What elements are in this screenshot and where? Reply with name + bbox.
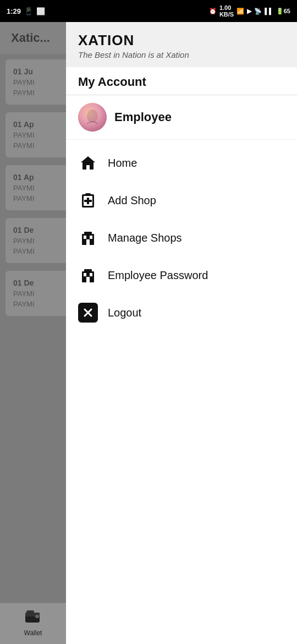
svg-rect-17 [87, 239, 89, 245]
drawer-header: XATION The Best in Nation is at Xation [66, 22, 297, 67]
drawer-panel: XATION The Best in Nation is at Xation M… [66, 22, 297, 644]
svg-marker-6 [81, 156, 95, 170]
signal2-icon: ▌▌ [265, 8, 273, 14]
speed-indicator: 1.00KB/S [219, 4, 234, 18]
wifi-icon: 📶 [237, 8, 244, 15]
avatar [78, 103, 107, 132]
user-row: Employee [66, 95, 297, 140]
logout-icon-box [78, 303, 98, 323]
brand-name: XATION [78, 32, 285, 49]
svg-rect-14 [90, 236, 92, 239]
svg-rect-10 [84, 200, 92, 202]
youtube-icon: ▶ [247, 8, 251, 15]
signal-icon: 📡 [254, 8, 262, 15]
section-title: My Account [66, 67, 297, 95]
menu-item-add-shop[interactable]: Add Shop [66, 182, 297, 219]
alarm-icon: ⏰ [209, 8, 217, 15]
svg-rect-11 [85, 193, 91, 196]
svg-rect-16 [84, 232, 92, 235]
time-display: 1:29 [7, 7, 21, 15]
svg-rect-20 [90, 273, 92, 276]
svg-rect-22 [84, 269, 92, 272]
add-shop-label: Add Shop [108, 194, 156, 207]
logout-label: Logout [108, 307, 141, 319]
menu-item-manage-shops[interactable]: Manage Shops [66, 219, 297, 256]
user-name: Employee [114, 110, 172, 124]
employee-password-label: Employee Password [108, 269, 208, 282]
add-shop-icon [78, 190, 98, 210]
home-label: Home [108, 157, 137, 170]
svg-rect-13 [84, 236, 86, 239]
home-icon [78, 153, 98, 173]
manage-shops-icon [78, 228, 98, 248]
menu-item-logout[interactable]: Logout [66, 294, 297, 331]
manage-shops-label: Manage Shops [108, 232, 182, 244]
employee-password-icon [78, 265, 98, 285]
svg-rect-19 [84, 273, 86, 276]
brand-tagline: The Best in Nation is at Xation [78, 50, 285, 59]
status-left: 1:29 📱 ⬜ [7, 7, 45, 15]
logout-icon [78, 303, 98, 323]
menu-item-home[interactable]: Home [66, 144, 297, 182]
svg-rect-21 [86, 277, 90, 282]
sim-icon: 📱 [24, 7, 33, 15]
battery-icon: 🔋65 [276, 8, 290, 15]
menu-list: Home Add Shop [66, 140, 297, 644]
menu-item-employee-password[interactable]: Employee Password [66, 256, 297, 294]
svg-point-5 [87, 110, 98, 123]
status-bar: 1:29 📱 ⬜ ⏰ 1.00KB/S 📶 ▶ 📡 ▌▌ 🔋65 [0, 0, 297, 22]
copy-icon: ⬜ [36, 7, 45, 15]
status-right: ⏰ 1.00KB/S 📶 ▶ 📡 ▌▌ 🔋65 [209, 4, 290, 18]
